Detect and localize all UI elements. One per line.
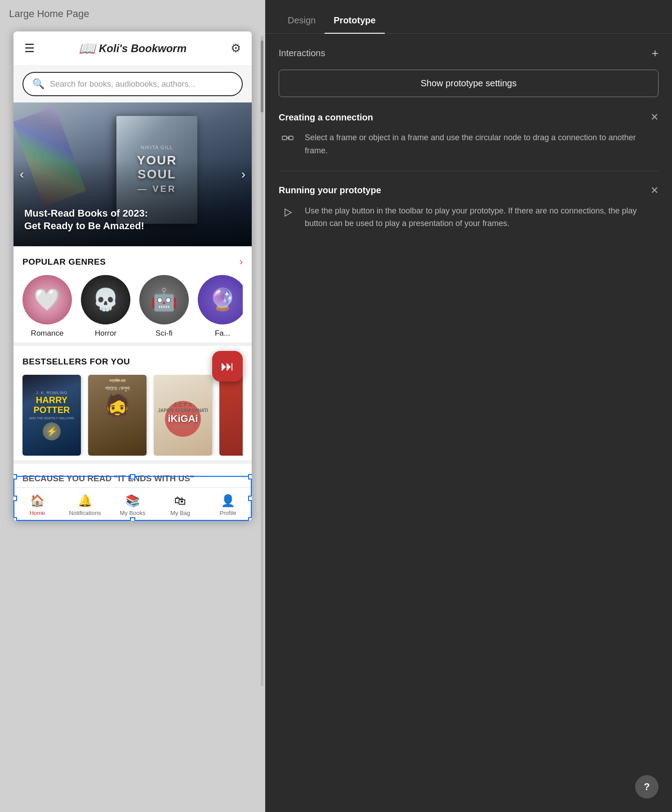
logo-icon: 📖 xyxy=(79,40,95,56)
book-card-hp[interactable]: J. K. ROWLING HARRYPOTTER AND THE DEATHL… xyxy=(22,375,81,456)
home-icon: 🏠 xyxy=(30,494,45,508)
creating-connection-header: Creating a connection ✕ xyxy=(279,111,659,123)
hero-banner: NIKITA GILL YOURSOUL— VER ‹ › Must-Read … xyxy=(13,102,252,246)
search-input[interactable]: Search for books, audiobooks, authors... xyxy=(50,80,233,89)
nav-label-mybag: My Bag xyxy=(170,510,190,516)
running-prototype-close[interactable]: ✕ xyxy=(650,185,659,196)
app-logo: 📖 Koli's Bookworm xyxy=(79,40,187,56)
running-prototype-header: Running your prototype ✕ xyxy=(279,185,659,196)
hero-text: Must-Read Books of 2023:Get Ready to Be … xyxy=(24,207,148,233)
books-row: J. K. ROWLING HARRYPOTTER AND THE DEATHL… xyxy=(22,375,243,456)
running-prototype-title: Running your prototype xyxy=(279,185,381,195)
nav-label-home: Home xyxy=(30,510,45,516)
book-card-ikigai[interactable]: 上亡アス JAPON YAŞAM SANATI iKiGAi KEN MOGI xyxy=(154,375,212,456)
fantasy-icon: 🔮 xyxy=(209,287,236,312)
bag-icon: 🛍 xyxy=(174,494,186,508)
genres-title: POPULAR GENRES xyxy=(22,257,106,267)
play-fab-button[interactable]: ⏭ xyxy=(212,351,243,382)
nav-item-mybag[interactable]: 🛍 My Bag xyxy=(162,494,198,516)
genres-arrow[interactable]: › xyxy=(240,256,243,268)
book-hp-subtitle: AND THE DEATHLY HALLOWS xyxy=(29,417,74,420)
scrollbar-track xyxy=(261,36,263,686)
genres-section: POPULAR GENRES › 🤍 Romance 💀 Horror xyxy=(13,246,252,342)
genre-circle-scifi: 🤖 xyxy=(139,275,189,324)
nav-item-mybooks[interactable]: 📚 My Books xyxy=(115,494,151,516)
settings-icon[interactable]: ⚙ xyxy=(231,41,241,55)
help-label: ? xyxy=(644,781,650,793)
ikigai-author: KEN MOGI xyxy=(173,425,193,429)
genre-circle-romance: 🤍 xyxy=(22,275,72,324)
help-button[interactable]: ? xyxy=(635,775,659,799)
tab-prototype[interactable]: Prototype xyxy=(325,11,384,34)
creating-connection-close[interactable]: ✕ xyxy=(650,111,659,123)
skull-icon: 💀 xyxy=(92,287,119,312)
book-feluda-title: পাহাড়ে ফেলুদা xyxy=(105,385,129,391)
hero-prev-arrow[interactable]: ‹ xyxy=(20,167,24,182)
handle-mr[interactable] xyxy=(248,496,252,501)
right-panel: Design Prototype Interactions + Show pro… xyxy=(265,0,672,812)
genre-label-romance: Romance xyxy=(31,329,64,338)
play-icon-wrap xyxy=(279,205,297,223)
hamburger-icon[interactable]: ☰ xyxy=(24,41,35,55)
nav-item-profile[interactable]: 👤 Profile xyxy=(210,494,246,516)
handle-br[interactable] xyxy=(248,517,252,521)
nav-label-notifications: Notifications xyxy=(69,510,101,516)
books-icon: 📚 xyxy=(125,494,140,508)
app-title: Koli's Bookworm xyxy=(99,42,187,55)
genre-item-romance[interactable]: 🤍 Romance xyxy=(22,275,72,338)
connection-icon xyxy=(281,133,294,149)
genre-item-horror[interactable]: 💀 Horror xyxy=(81,275,130,338)
play-fab-icon: ⏭ xyxy=(221,359,234,374)
tab-design[interactable]: Design xyxy=(279,11,325,34)
add-interaction-button[interactable]: + xyxy=(652,47,659,59)
genres-header: POPULAR GENRES › xyxy=(22,256,243,268)
bestsellers-title: BESTSELLERS FOR YOU xyxy=(22,357,130,367)
running-prototype-text: Use the play button in the toolbar to pl… xyxy=(305,204,659,231)
frame-label: Large Home Page xyxy=(9,8,89,20)
robot-icon: 🤖 xyxy=(151,287,178,312)
search-bar[interactable]: 🔍 Search for books, audiobooks, authors.… xyxy=(22,72,243,96)
genre-label-scifi: Sci-fi xyxy=(156,329,173,338)
nav-item-home[interactable]: 🏠 Home xyxy=(19,494,55,516)
genres-row: 🤍 Romance 💀 Horror 🤖 Sci-fi xyxy=(22,275,243,338)
svg-rect-0 xyxy=(282,136,287,140)
ikigai-top-text: 上亡アス xyxy=(173,402,193,408)
bestsellers-header: BESTSELLERS FOR YOU › xyxy=(22,356,243,368)
genre-label-fantasy: Fa... xyxy=(215,329,230,338)
creating-connection-card: Creating a connection ✕ Select a frame o… xyxy=(279,111,659,171)
left-panel: Large Home Page ☰ 📖 Koli's Bookworm ⚙ 🔍 … xyxy=(0,0,265,812)
hero-next-arrow[interactable]: › xyxy=(241,167,245,182)
panel-content: Interactions + Show prototype settings C… xyxy=(265,34,672,812)
because-title: BECAUSE YOU READ "IT ENDS WITH US" xyxy=(22,474,243,484)
handle-bm[interactable] xyxy=(130,517,135,521)
book-hp-emblem: ⚡ xyxy=(43,422,61,440)
nav-label-mybooks: My Books xyxy=(120,510,145,516)
creating-connection-body: Select a frame or object in a frame and … xyxy=(279,131,659,157)
interactions-label: Interactions xyxy=(279,48,325,58)
book-hp-author: J. K. ROWLING xyxy=(36,390,67,395)
handle-bl[interactable] xyxy=(13,517,17,521)
connection-icon-wrap xyxy=(279,132,297,150)
show-prototype-settings-button[interactable]: Show prototype settings xyxy=(279,70,659,97)
genre-label-horror: Horror xyxy=(95,329,116,338)
play-icon xyxy=(281,206,294,222)
creating-connection-text: Select a frame or object in a frame and … xyxy=(305,131,659,157)
scrollbar-thumb[interactable] xyxy=(261,40,263,112)
hero-title: Must-Read Books of 2023:Get Ready to Be … xyxy=(24,207,148,233)
book-card-feluda[interactable]: সত্যজিৎ রায় পাহাড়ে ফেলুদা 🧔 xyxy=(88,375,147,456)
bell-icon: 🔔 xyxy=(78,494,92,508)
ikigai-title: iKiGAi xyxy=(168,413,198,425)
genre-circle-horror: 💀 xyxy=(81,275,130,324)
genre-item-fantasy[interactable]: 🔮 Fa... xyxy=(198,275,243,338)
running-prototype-card: Running your prototype ✕ Use the play bu… xyxy=(279,185,659,244)
nav-item-notifications[interactable]: 🔔 Notifications xyxy=(67,494,103,516)
person-icon: 👤 xyxy=(221,494,235,508)
genre-circle-fantasy: 🔮 xyxy=(198,275,243,324)
phone-frame: ☰ 📖 Koli's Bookworm ⚙ 🔍 Search for books… xyxy=(13,31,252,521)
running-prototype-body: Use the play button in the toolbar to pl… xyxy=(279,204,659,231)
book-feluda-author: সত্যজিৎ রায় xyxy=(109,378,126,383)
bottom-nav: 🏠 Home 🔔 Notifications 📚 My Books 🛍 My B… xyxy=(13,487,252,521)
handle-ml[interactable] xyxy=(13,496,17,501)
right-tabs: Design Prototype xyxy=(265,0,672,34)
genre-item-scifi[interactable]: 🤖 Sci-fi xyxy=(139,275,189,338)
